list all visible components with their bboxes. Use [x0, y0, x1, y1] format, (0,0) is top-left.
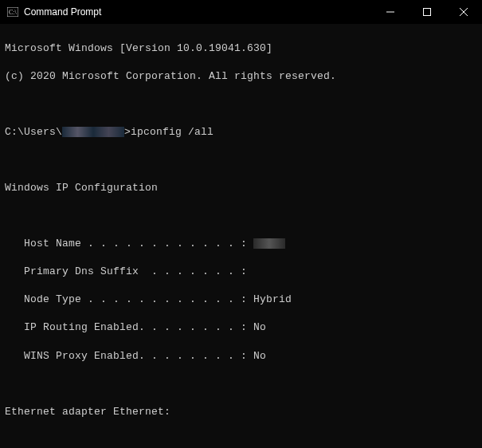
cmd-icon: C:\ [6, 6, 19, 18]
titlebar: C:\ Command Prompt [0, 0, 482, 24]
prompt-command: >ipconfig /all [124, 126, 214, 138]
node-type-line: Node Type . . . . . . . . . . . . : Hybr… [5, 293, 477, 307]
maximize-button[interactable] [409, 0, 445, 24]
ip-routing-line: IP Routing Enabled. . . . . . . . : No [5, 320, 477, 335]
wins-proxy-line: WINS Proxy Enabled. . . . . . . . : No [5, 349, 477, 364]
ipconfig-title: Windows IP Configuration [5, 181, 477, 195]
svg-text:C:\: C:\ [9, 9, 18, 16]
minimize-button[interactable] [372, 0, 409, 24]
copyright-line: (c) 2020 Microsoft Corporation. All righ… [5, 69, 477, 84]
ethernet-header: Ethernet adapter Ethernet: [5, 405, 477, 419]
window-controls [372, 0, 482, 24]
version-line: Microsoft Windows [Version 10.0.19041.63… [5, 41, 477, 56]
terminal-output[interactable]: Microsoft Windows [Version 10.0.19041.63… [0, 24, 482, 448]
close-button[interactable] [445, 0, 482, 24]
redacted-hostname [253, 238, 285, 249]
primary-dns-suffix-line: Primary Dns Suffix . . . . . . . : [5, 265, 477, 279]
svg-rect-3 [424, 9, 431, 16]
prompt-line: C:\Users\>ipconfig /all [5, 125, 477, 140]
host-name-line: Host Name . . . . . . . . . . . . : [5, 237, 477, 251]
redacted-username [62, 127, 124, 137]
prompt-prefix: C:\Users\ [5, 126, 62, 138]
titlebar-left: C:\ Command Prompt [6, 6, 101, 18]
window-title: Command Prompt [24, 6, 101, 18]
